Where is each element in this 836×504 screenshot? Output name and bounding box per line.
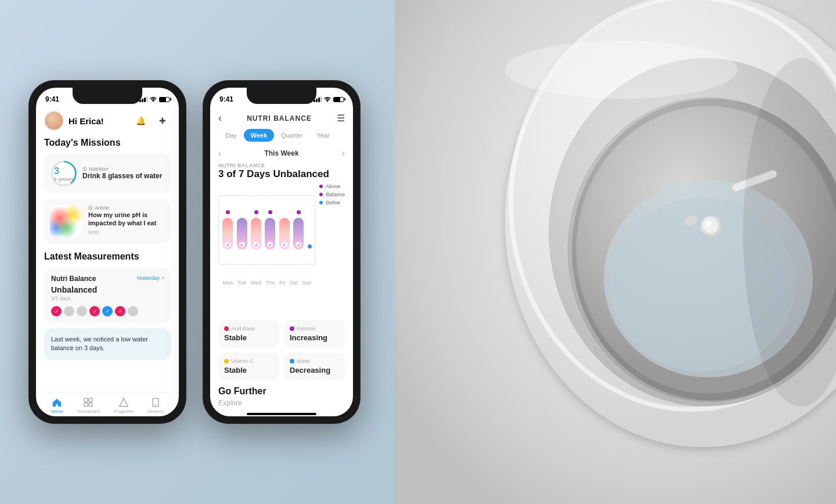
next-week-button[interactable]: › xyxy=(342,149,345,158)
phone2-status-icons xyxy=(314,96,344,102)
svg-rect-17 xyxy=(142,99,143,102)
phone2-time: 9:41 xyxy=(219,95,233,103)
phone1-time: 9:41 xyxy=(45,95,59,103)
svg-point-7 xyxy=(572,102,836,398)
water-mission-card[interactable]: 3 8 glasses Nutrition Drink 8 glass xyxy=(44,154,171,193)
svg-point-1 xyxy=(505,0,836,447)
svg-rect-33 xyxy=(316,99,318,102)
mission-category: Nutrition xyxy=(82,166,164,172)
mission-info: Nutrition Drink 8 glasses of water xyxy=(82,166,164,181)
legend-above: Above xyxy=(319,183,345,189)
pill-tue: ✓ xyxy=(237,218,247,250)
back-button[interactable]: ‹ xyxy=(218,112,222,124)
dot-purple xyxy=(290,326,294,331)
dot-7 xyxy=(128,306,138,316)
day-col-wed: ✓ xyxy=(251,210,261,250)
svg-point-31 xyxy=(155,404,156,405)
mission-text: Drink 8 glasses of water xyxy=(82,172,164,181)
phones-container: 9:41 xyxy=(0,81,360,423)
tab-week[interactable]: Week xyxy=(244,129,275,142)
svg-marker-29 xyxy=(120,398,128,406)
measurement-date: Yesterday xyxy=(136,275,160,281)
nav-dashboard[interactable]: Dashboard xyxy=(77,397,100,414)
svg-point-36 xyxy=(327,100,328,102)
day-sat: Sat xyxy=(290,280,298,286)
nav-home[interactable]: Home xyxy=(51,397,63,414)
svg-rect-27 xyxy=(84,403,88,406)
metric-ketones-header: Ketones xyxy=(290,326,339,332)
greeting: Hi Erica! xyxy=(69,116,104,126)
svg-rect-28 xyxy=(89,403,92,406)
dashboard-icon xyxy=(83,397,93,408)
metric-acid-base[interactable]: Acid-Base Stable xyxy=(218,320,279,348)
menu-icon[interactable]: ☰ xyxy=(337,113,345,124)
pill-thu: ✓ xyxy=(265,218,275,250)
phone2-screen: 9:41 xyxy=(210,88,353,416)
chevron-right-icon: › xyxy=(162,275,164,281)
phone2-home-indicator xyxy=(247,413,316,415)
metric-water-name: Water xyxy=(297,358,311,364)
svg-rect-18 xyxy=(144,98,146,102)
svg-rect-22 xyxy=(89,206,92,210)
prev-week-button[interactable]: ‹ xyxy=(218,149,221,158)
svg-rect-26 xyxy=(89,398,92,402)
metric-vitamin-c[interactable]: Vitamin C Stable xyxy=(218,352,279,380)
phone1: 9:41 xyxy=(29,81,186,423)
nav-programs[interactable]: Programs xyxy=(113,397,134,414)
chart-bars: ✓ ✓ xyxy=(218,195,316,265)
phone2: 9:41 xyxy=(203,81,360,423)
nav-devices[interactable]: Devices xyxy=(147,397,164,414)
article-tag: Article xyxy=(88,205,165,211)
devices-icon xyxy=(150,397,161,408)
svg-rect-8 xyxy=(732,170,777,193)
measurement-status: Unbalanced xyxy=(51,285,164,294)
measurement-days: 3/7 days xyxy=(51,296,164,301)
metrics-grid: Acid-Base Stable Ketones Increasing xyxy=(210,320,353,380)
day-fri: Fri xyxy=(279,280,286,286)
info-text: Last week, we noticed a low water balanc… xyxy=(51,335,164,353)
header-icons: 🔔 ✚ xyxy=(132,113,171,129)
svg-point-14 xyxy=(505,41,737,99)
dot-3 xyxy=(77,306,87,316)
svg-rect-19 xyxy=(146,96,147,102)
dot-5: ✓ xyxy=(102,306,113,316)
article-title: How my urine pH is impacted by what I ea… xyxy=(88,211,165,228)
pill-mon: ✓ xyxy=(222,218,233,250)
day-col-tue: ✓ xyxy=(237,210,247,250)
programs-icon xyxy=(118,397,129,408)
svg-point-4 xyxy=(572,99,836,401)
metric-vitamin-c-name: Vitamin C xyxy=(231,358,254,364)
go-further-subtitle[interactable]: Explore xyxy=(218,399,345,407)
svg-rect-35 xyxy=(320,96,322,102)
metric-water[interactable]: Water Decreasing xyxy=(284,352,345,380)
phone2-header: ‹ NUTRI BALANCE ☰ xyxy=(210,109,353,129)
week-navigator: ‹ This Week › xyxy=(210,146,353,163)
battery-icon xyxy=(159,97,170,102)
article-card[interactable]: Article How my urine pH is impacted by w… xyxy=(44,199,171,243)
progress-dots: ✓ ✓ ✓ ✓ xyxy=(51,306,164,316)
tab-quarter[interactable]: Quarter xyxy=(274,129,309,142)
chart-container: Above Balance Below xyxy=(218,183,345,276)
balance-label: NUTRI BALANCE xyxy=(218,163,345,168)
dot-6: ✓ xyxy=(115,306,125,316)
dot-blue xyxy=(290,359,294,363)
svg-point-12 xyxy=(704,219,718,233)
bottom-nav: Home Dashboard xyxy=(44,392,171,416)
svg-point-3 xyxy=(549,58,836,406)
day-labels: Mon Tue Wed Thu Fri Sat Sun xyxy=(218,280,316,286)
legend-balance: Balance xyxy=(319,192,345,197)
phone1-screen: 9:41 xyxy=(36,88,179,416)
wifi-icon-2 xyxy=(324,97,331,102)
metric-ketones[interactable]: Ketones Increasing xyxy=(284,320,345,348)
battery-icon-2 xyxy=(333,97,344,102)
nutri-balance-card[interactable]: Nutri Balance Yesterday › Unbalanced 3/7… xyxy=(44,268,171,323)
avatar-container: Hi Erica! xyxy=(44,111,104,131)
go-further-title: Go Further xyxy=(218,386,345,397)
tab-day[interactable]: Day xyxy=(218,129,244,142)
phone1-status-icons xyxy=(139,96,170,102)
nutrition-icon xyxy=(82,167,87,171)
add-icon[interactable]: ✚ xyxy=(154,113,171,129)
tab-year[interactable]: Year xyxy=(309,129,336,142)
notification-icon[interactable]: 🔔 xyxy=(132,113,149,129)
dot-pink xyxy=(224,326,229,331)
